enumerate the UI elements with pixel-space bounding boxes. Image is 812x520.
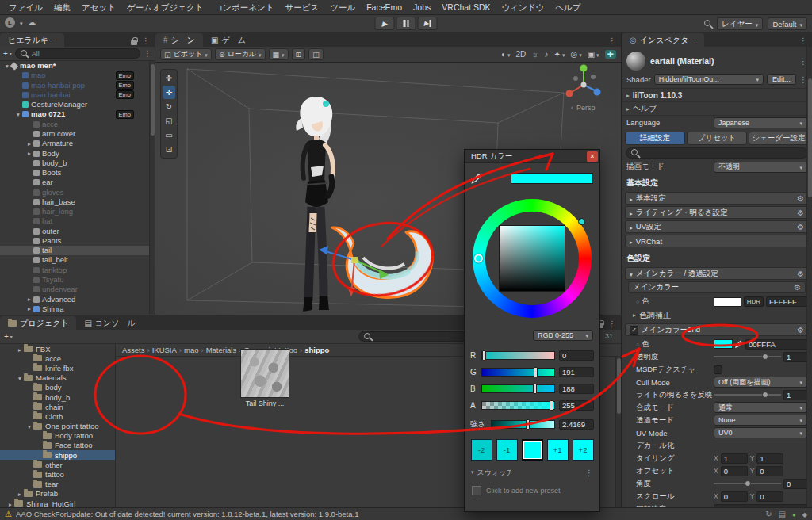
window-title-bar[interactable]: HDR カラー ×: [465, 150, 599, 163]
hierarchy-row[interactable]: hat: [0, 216, 155, 226]
space-toggle[interactable]: ローカル: [215, 48, 266, 60]
hierarchy-row[interactable]: mao hanbai popEmo: [0, 81, 155, 90]
folder-row[interactable]: FBX: [0, 344, 115, 354]
lock-icon[interactable]: [131, 37, 137, 45]
menu-gameobject[interactable]: ゲームオブジェクト: [121, 0, 209, 15]
hierarchy-row[interactable]: Boots: [0, 168, 155, 178]
hierarchy-row-scene[interactable]: mao men*: [0, 61, 155, 71]
exposure-current-swatch[interactable]: [522, 439, 543, 461]
hierarchy-row[interactable]: tanktop: [0, 266, 155, 275]
hierarchy-row[interactable]: Armature: [0, 139, 155, 148]
exposure-plus2-button[interactable]: +2: [573, 439, 594, 461]
hierarchy-scrollbar[interactable]: [149, 61, 155, 314]
pause-button[interactable]: [396, 17, 416, 30]
refresh-icon[interactable]: [765, 510, 772, 518]
hierarchy-row[interactable]: arm cover: [0, 129, 155, 139]
offset-y-field[interactable]: 0: [756, 466, 783, 476]
cloud-services-icon[interactable]: [28, 17, 36, 28]
rect-tool[interactable]: [163, 128, 175, 142]
hierarchy-row[interactable]: body_b: [0, 159, 155, 168]
render-mode-dropdown[interactable]: 不透明: [714, 162, 807, 173]
foldout-arrow[interactable]: [16, 373, 24, 382]
snap-toggle-button[interactable]: [308, 48, 324, 60]
menu-jobs[interactable]: Jobs: [408, 0, 436, 15]
menu-tools[interactable]: ツール: [324, 0, 361, 15]
menu-vrchat-sdk[interactable]: VRChat SDK: [436, 0, 496, 15]
2d-toggle[interactable]: 2D: [516, 50, 527, 59]
main-color-hex-field[interactable]: FFFFFF: [766, 296, 807, 307]
scroll-x-field[interactable]: 0: [721, 491, 748, 502]
foldout-arrow[interactable]: [16, 345, 24, 354]
folder-row[interactable]: Prefab: [0, 489, 115, 499]
language-dropdown[interactable]: Japanese: [714, 117, 807, 128]
folder-row[interactable]: tattoo: [0, 469, 115, 479]
offset-x-field[interactable]: 0: [721, 466, 748, 476]
blue-slider[interactable]: [481, 384, 555, 393]
gear-icon[interactable]: [797, 270, 804, 278]
breadcrumb-item[interactable]: mao: [184, 346, 204, 354]
foldout-arrow[interactable]: [25, 139, 33, 149]
rotate-tool[interactable]: [163, 100, 175, 113]
foldout-arrow[interactable]: [6, 499, 14, 508]
color-mode-dropdown[interactable]: RGB 0-255: [533, 330, 593, 341]
breadcrumb-item[interactable]: IKUSIA: [152, 346, 182, 354]
account-dropdown-caret[interactable]: [20, 18, 23, 27]
hierarchy-row[interactable]: maoEmo: [0, 71, 155, 80]
inspector-search-input[interactable]: [626, 147, 808, 159]
preset-row[interactable]: Click to add new preset: [465, 480, 599, 501]
alpha-mode-dropdown[interactable]: None: [714, 415, 807, 426]
hierarchy-row[interactable]: underwear: [0, 285, 155, 294]
light-reflect-value[interactable]: 1: [783, 390, 807, 400]
main-color-2nd-checkbox[interactable]: [630, 326, 638, 335]
pivot-toggle[interactable]: ピボット: [160, 48, 212, 60]
hierarchy-row-tail-selected[interactable]: tail: [0, 246, 155, 255]
layout-dropdown[interactable]: Default: [768, 17, 807, 30]
menu-window[interactable]: ウィンドウ: [496, 0, 550, 15]
hue-wheel[interactable]: [473, 199, 592, 318]
red-value-field[interactable]: 0: [559, 350, 594, 361]
breadcrumb-item-current[interactable]: shippo: [304, 346, 331, 354]
red-slider[interactable]: [481, 351, 555, 360]
account-button[interactable]: L: [5, 17, 15, 28]
panel-menu-icon[interactable]: [799, 36, 807, 45]
intensity-slider[interactable]: [491, 420, 555, 429]
menu-help[interactable]: ヘルプ: [550, 0, 586, 15]
close-button[interactable]: ×: [587, 151, 598, 162]
opacity-slider[interactable]: [714, 352, 781, 361]
grid-snap-button[interactable]: [269, 48, 289, 60]
step-button[interactable]: [418, 17, 438, 30]
menu-edit[interactable]: 編集: [48, 0, 76, 15]
subsection-main-color[interactable]: メインカラー: [628, 281, 806, 293]
intensity-value-field[interactable]: 2.4169: [559, 419, 594, 430]
hue-indicator[interactable]: [474, 254, 483, 263]
increment-snap-button[interactable]: [292, 48, 306, 60]
angle-value[interactable]: 0: [783, 479, 807, 489]
shader-dropdown[interactable]: Hidden/lilToonOu...: [654, 74, 764, 85]
alpha-value-field[interactable]: 255: [559, 400, 594, 411]
tab-advanced-settings[interactable]: 詳細設定: [625, 132, 685, 145]
effects-dropdown[interactable]: [553, 50, 565, 59]
uv-mode-dropdown[interactable]: UV0: [714, 427, 807, 438]
exposure-plus1-button[interactable]: +1: [547, 439, 569, 461]
hierarchy-row[interactable]: mao hanbaiEmo: [0, 90, 155, 100]
eyedropper-icon[interactable]: [471, 173, 482, 184]
camera-dropdown[interactable]: [588, 50, 599, 59]
visibility-dropdown[interactable]: [570, 50, 581, 59]
hierarchy-row[interactable]: Tsyatu: [0, 275, 155, 285]
hierarchy-row[interactable]: ear: [0, 178, 155, 187]
section-main-color[interactable]: メインカラー / 透過設定: [625, 267, 809, 280]
alpha-slider[interactable]: [481, 401, 555, 410]
foldout-arrow[interactable]: [16, 489, 24, 498]
status-message[interactable]: AAO CheckForUpdate: Out of date detected…: [16, 510, 359, 518]
second-color-swatch[interactable]: [714, 339, 733, 349]
green-value-field[interactable]: 191: [559, 367, 594, 377]
asset-thumbnail[interactable]: [240, 349, 289, 398]
tab-hierarchy[interactable]: ヒエラルキー: [0, 33, 64, 47]
folder-row[interactable]: Materials: [0, 373, 115, 383]
menu-file[interactable]: ファイル: [3, 0, 48, 15]
second-color-hex-field[interactable]: 00FFFA: [745, 339, 807, 350]
saturation-value-box[interactable]: [499, 225, 565, 292]
foldout-arrow[interactable]: [25, 422, 33, 430]
gear-icon[interactable]: [797, 326, 804, 335]
eyedropper-icon[interactable]: [735, 340, 743, 348]
